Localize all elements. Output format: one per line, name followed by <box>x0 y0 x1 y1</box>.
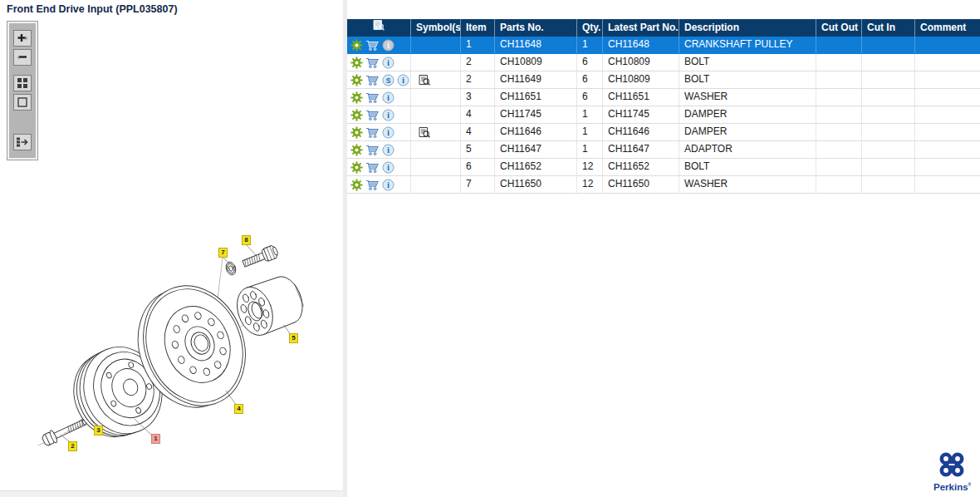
column-header[interactable]: Cut In <box>862 19 915 37</box>
cell-item: 5 <box>461 141 495 158</box>
illustration-lookup-icon[interactable] <box>418 125 432 139</box>
cell-cut-in <box>862 159 915 175</box>
cell-description: CRANKSHAFT PULLEY <box>679 37 816 53</box>
info-icon[interactable]: i <box>381 125 395 139</box>
zoom-out-button[interactable] <box>13 49 32 66</box>
cart-icon[interactable] <box>365 160 380 174</box>
table-row[interactable]: i2CH108096CH10809BOLT <box>347 54 980 71</box>
substitute-icon[interactable]: S <box>381 73 395 86</box>
cell-cut-in <box>862 176 915 193</box>
cell-latest-part-no: CH11650 <box>603 176 679 193</box>
gear-icon[interactable] <box>350 108 364 121</box>
cell-item: 6 <box>461 159 495 175</box>
cell-comment <box>915 124 980 140</box>
zoom-in-button[interactable] <box>13 30 32 47</box>
cell-symbols <box>411 159 461 175</box>
diagram-callout-1[interactable]: 1 <box>151 434 160 444</box>
cart-icon[interactable] <box>365 125 380 139</box>
column-header[interactable]: Parts No. <box>495 19 577 37</box>
gear-icon[interactable] <box>350 143 364 156</box>
diagram-callout-3[interactable]: 3 <box>94 426 103 435</box>
cell-symbols <box>411 37 461 53</box>
bolt-part <box>241 244 279 270</box>
column-header[interactable]: Symbol(s) <box>411 19 461 37</box>
cart-icon[interactable] <box>365 143 380 156</box>
gear-icon[interactable] <box>350 73 364 86</box>
cell-symbols <box>411 124 461 140</box>
gear-icon[interactable] <box>350 125 364 139</box>
table-row[interactable]: Si2CH116496CH10809BOLT <box>347 71 980 89</box>
table-row[interactable]: i1CH116481CH11648CRANKSHAFT PULLEY <box>347 37 980 54</box>
table-row[interactable]: i6CH1165212CH11652BOLT <box>347 159 980 176</box>
horizontal-scrollbar[interactable] <box>0 490 343 497</box>
table-row[interactable]: i4CH117451CH11745DAMPER <box>347 106 980 124</box>
fit-view-button[interactable] <box>13 94 32 111</box>
cell-symbols <box>411 176 461 193</box>
svg-text:i: i <box>387 146 390 155</box>
cell-symbols <box>411 106 461 123</box>
cart-icon[interactable] <box>365 56 380 69</box>
table-row[interactable]: i4CH116461CH11646DAMPER <box>347 124 980 141</box>
column-header[interactable]: Qty. <box>577 19 603 37</box>
cell-description: ADAPTOR <box>679 141 816 158</box>
toggle-parts-list-icon <box>16 136 29 148</box>
cell-item: 1 <box>461 37 495 53</box>
cell-qty: 6 <box>577 71 603 88</box>
cell-parts-no: CH11745 <box>495 106 577 123</box>
gear-icon[interactable] <box>350 178 364 191</box>
column-header-illustration[interactable] <box>347 19 411 37</box>
diagram-callout-5[interactable]: 5 <box>289 333 298 343</box>
toggle-parts-list-button[interactable] <box>13 134 32 150</box>
cell-latest-part-no: CH11646 <box>603 124 679 140</box>
column-header[interactable]: Cut Out <box>816 19 862 37</box>
svg-text:i: i <box>387 181 390 189</box>
info-icon[interactable]: i <box>381 38 395 52</box>
column-header[interactable]: Comment <box>915 19 980 37</box>
cell-actions: i <box>347 106 411 123</box>
info-icon[interactable]: i <box>381 178 395 191</box>
column-header[interactable]: Description <box>679 19 816 37</box>
gear-icon[interactable] <box>350 160 364 174</box>
cell-comment <box>915 159 980 175</box>
gear-icon[interactable] <box>350 38 364 52</box>
cart-icon[interactable] <box>365 91 380 104</box>
table-row[interactable]: i7CH1165012CH11650WASHER <box>347 176 980 194</box>
table-row[interactable]: i5CH116471CH11647ADAPTOR <box>347 141 980 159</box>
cart-icon[interactable] <box>365 73 380 86</box>
cell-comment <box>915 54 980 71</box>
parts-catalog-window: Front End Drive Input (PPL035807) <box>0 0 980 497</box>
cell-description: DAMPER <box>679 106 816 123</box>
info-icon[interactable]: i <box>381 108 395 121</box>
illustration-lookup-icon[interactable] <box>418 73 432 86</box>
diagram-callout-4[interactable]: 4 <box>234 404 243 414</box>
info-icon[interactable]: i <box>381 160 395 174</box>
info-icon[interactable]: i <box>381 143 395 156</box>
column-header[interactable]: Latest Part No. <box>603 19 679 37</box>
table-row[interactable]: i3CH116516CH11651WASHER <box>347 89 980 106</box>
parts-table-header: Symbol(s)ItemParts No.Qty.Latest Part No… <box>347 19 980 37</box>
diagram-callout-8[interactable]: 8 <box>242 235 251 245</box>
gear-icon[interactable] <box>350 91 364 104</box>
cell-actions: Si <box>347 71 411 88</box>
info-icon[interactable]: i <box>396 73 410 86</box>
cell-cut-in <box>862 54 915 71</box>
cell-comment <box>915 106 980 123</box>
info-icon[interactable]: i <box>381 56 395 69</box>
diagram-callout-2[interactable]: 2 <box>68 441 77 451</box>
cell-actions: i <box>347 176 411 193</box>
cart-icon[interactable] <box>365 178 380 191</box>
gear-icon[interactable] <box>350 56 364 69</box>
cart-icon[interactable] <box>365 108 380 121</box>
cell-cut-out <box>816 71 862 88</box>
cell-item: 2 <box>461 71 495 88</box>
info-icon[interactable]: i <box>381 91 395 104</box>
cell-actions: i <box>347 141 411 158</box>
cart-icon[interactable] <box>365 38 380 52</box>
cell-qty: 1 <box>577 141 603 158</box>
thumbnail-grid-button[interactable] <box>13 75 32 91</box>
cell-cut-out <box>816 89 862 106</box>
column-header[interactable]: Item <box>461 19 495 37</box>
diagram-callout-7[interactable]: 7 <box>218 248 228 258</box>
cell-parts-no: CH11649 <box>495 71 577 88</box>
cell-actions: i <box>347 54 411 71</box>
